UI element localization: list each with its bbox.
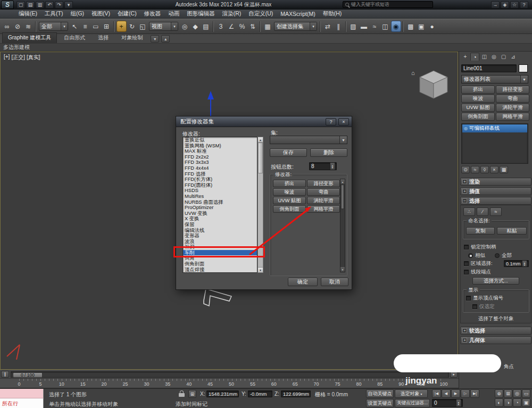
rollout-soft-selection[interactable]: +软选择 xyxy=(460,327,531,335)
macro-recorder-field[interactable] xyxy=(0,389,44,398)
all-radio[interactable] xyxy=(495,253,500,258)
select-and-link-icon[interactable]: ∞ xyxy=(2,21,12,32)
show-end-result-icon[interactable]: ≈ xyxy=(471,166,479,173)
rect-selection-region-icon[interactable]: ▭ xyxy=(91,21,101,32)
object-color-swatch[interactable] xyxy=(519,64,528,72)
dialog-titlebar[interactable]: 配置修改器集 ? × xyxy=(176,116,352,127)
vertex-subobject-icon[interactable]: ∴ xyxy=(463,207,475,216)
time-slider-track[interactable]: 0 / 100 xyxy=(11,371,449,378)
pan-icon[interactable]: ◐ xyxy=(495,398,503,407)
edit-named-selection-sets-icon[interactable]: ▦ xyxy=(263,21,273,32)
scroll-down-icon[interactable]: ▾ xyxy=(340,267,345,272)
save-button[interactable]: 保存 xyxy=(270,148,307,157)
configure-modifier-sets-icon[interactable]: ▦ xyxy=(500,166,508,173)
modifier-button[interactable]: 弯曲 xyxy=(496,95,529,103)
viewport-shading-menu[interactable]: [真实] xyxy=(27,54,40,61)
modifier-list-item[interactable]: X 变换 xyxy=(183,216,257,222)
segment-end-checkbox[interactable] xyxy=(464,270,469,274)
scrollbar-thumb[interactable] xyxy=(341,185,344,209)
add-time-tag-button[interactable]: 添加时间标记 xyxy=(176,401,207,408)
modifier-button[interactable]: 涡轮平滑 xyxy=(496,104,529,112)
modifier-button[interactable]: 网格平滑 xyxy=(496,113,529,121)
area-selection-field[interactable]: 0.1mm ▴▾ xyxy=(504,260,529,267)
menu-item[interactable]: 创建(C) xyxy=(114,10,140,18)
open-mini-curve-editor-icon[interactable]: ∥ xyxy=(1,371,9,378)
new-scene-icon[interactable]: ▢ xyxy=(16,1,25,9)
schematic-view-icon[interactable]: ◫ xyxy=(380,21,390,32)
lock-handles-checkbox[interactable] xyxy=(464,245,469,249)
y-coordinate-field[interactable]: -0.0mm xyxy=(248,390,272,397)
search-go-icon[interactable]: → xyxy=(491,1,500,9)
unlink-selection-icon[interactable]: ⊘ xyxy=(13,21,23,32)
scroll-up-icon[interactable]: ▴ xyxy=(258,137,263,143)
modifier-list-item[interactable]: NURBS 曲面选择 xyxy=(183,199,257,205)
modifier-list-item[interactable]: 置换网格 (WSM) xyxy=(183,143,257,149)
modifier-list-item[interactable]: 顶点焊接 xyxy=(183,267,257,273)
timeline-ruler[interactable]: 0510152025303540455055606570758085909510… xyxy=(0,378,459,388)
save-file-icon[interactable]: ▥ xyxy=(36,1,44,9)
menu-item[interactable]: 图形编辑器 xyxy=(183,10,219,18)
selection-filter-dropdown[interactable]: 全部▾ xyxy=(39,22,68,31)
spinner-arrows-icon[interactable]: ▴▾ xyxy=(330,163,335,170)
material-editor-icon[interactable]: ◉ xyxy=(391,21,401,32)
spinner-snap-icon[interactable]: ⇅ xyxy=(248,21,258,32)
menu-item[interactable]: 渲染(R) xyxy=(219,10,245,18)
spline-subobject-icon[interactable]: ≈ xyxy=(490,207,502,216)
ribbon-minimize-icon[interactable]: ▴ xyxy=(161,35,170,43)
mirror-icon[interactable]: ⇄ xyxy=(323,21,333,32)
modifier-set-button[interactable]: 倒角剖面 xyxy=(273,205,306,213)
maxscript-listener-field[interactable]: 所在行 xyxy=(0,398,44,408)
modifier-list-item[interactable]: MultiRes xyxy=(183,194,257,199)
modifier-list-item[interactable]: 车削 xyxy=(183,250,257,256)
ribbon-tab[interactable]: 选择 xyxy=(92,32,114,43)
modifier-list-item[interactable]: FFD(圆柱体) xyxy=(183,182,257,188)
curve-editor-icon[interactable]: ≈ xyxy=(370,21,380,32)
ribbon-tab[interactable]: 自由形式 xyxy=(58,32,91,43)
menu-item[interactable]: 视图(V) xyxy=(88,10,114,18)
menu-item[interactable]: 组(G) xyxy=(66,10,88,18)
key-filters-button[interactable]: 关键点过滤器... xyxy=(395,399,430,407)
modifier-list-dropdown[interactable]: 修改器列表 ▼ xyxy=(461,75,528,84)
modifier-list-item[interactable]: 置换近似 xyxy=(183,137,257,143)
rollout-interpolation[interactable]: +插值 xyxy=(460,187,531,195)
redo-icon[interactable]: ↷ xyxy=(55,1,63,9)
maximize-viewport-toggle-icon[interactable]: ▣ xyxy=(522,398,530,407)
modifier-list-item[interactable]: ProOptimizer xyxy=(183,205,257,211)
selected-only-checkbox[interactable] xyxy=(472,304,477,309)
x-coordinate-field[interactable]: 1548.231mm xyxy=(206,390,239,397)
angle-snap-icon[interactable]: ∠ xyxy=(227,21,237,32)
ribbon-subtab-polygon-modeling[interactable]: 多边形建模 xyxy=(3,44,30,51)
modifier-set-button[interactable]: 弯曲 xyxy=(307,188,340,196)
modifier-list-item[interactable]: 补洞 xyxy=(183,244,257,250)
modifier-button[interactable]: 挤出 xyxy=(461,86,495,94)
listbox-scrollbar[interactable]: ▴ ▾ xyxy=(257,137,263,273)
tab-motion[interactable]: ◎ xyxy=(489,53,498,61)
menu-item[interactable]: 动画 xyxy=(164,10,183,18)
snaps-toggle-icon[interactable]: 3 xyxy=(216,21,226,32)
viewcube[interactable]: ⌂ xyxy=(410,65,455,105)
select-and-rotate-icon[interactable]: ↻ xyxy=(127,21,137,32)
tab-utilities[interactable]: ⊿ xyxy=(509,53,518,61)
modifier-set-button[interactable]: UVW 贴图 xyxy=(273,197,306,204)
next-frame-icon[interactable]: ▷ xyxy=(461,389,470,398)
paste-button[interactable]: 粘贴 xyxy=(497,227,527,235)
dialog-close-button[interactable]: × xyxy=(338,118,349,126)
modifier-list-item[interactable]: 变形器 xyxy=(183,233,257,239)
modifier-button[interactable]: 倒角剖面 xyxy=(461,113,495,121)
segment-subobject-icon[interactable]: ∕ xyxy=(477,207,488,216)
object-name-field[interactable]: Line001 xyxy=(461,64,517,72)
bind-to-space-warp-icon[interactable]: ≋ xyxy=(23,21,34,32)
graphite-ribbon-toggle-icon[interactable]: ▬ xyxy=(359,21,369,32)
modifier-stack[interactable]: ◎ 可编辑样条线 xyxy=(461,123,528,164)
time-slider-handle[interactable]: 0 / 100 xyxy=(13,372,43,378)
corner-radio-label[interactable]: 角点 xyxy=(504,363,514,370)
total-buttons-field[interactable]: 8 ▴▾ xyxy=(309,162,337,170)
zoom-extents-icon[interactable]: ◎ xyxy=(513,389,521,398)
render-setup-icon[interactable]: ▩ xyxy=(406,21,416,32)
keyboard-override-icon[interactable]: ▤ xyxy=(201,21,211,32)
modifier-list-item[interactable]: 倒角剖面 xyxy=(183,261,257,267)
viewport-general-menu[interactable]: [+] xyxy=(4,54,10,61)
spinner-arrows-icon[interactable]: ▴▾ xyxy=(456,399,461,406)
tab-modify[interactable]: ◔ xyxy=(470,53,479,61)
scrollbar-thumb[interactable] xyxy=(258,143,263,173)
